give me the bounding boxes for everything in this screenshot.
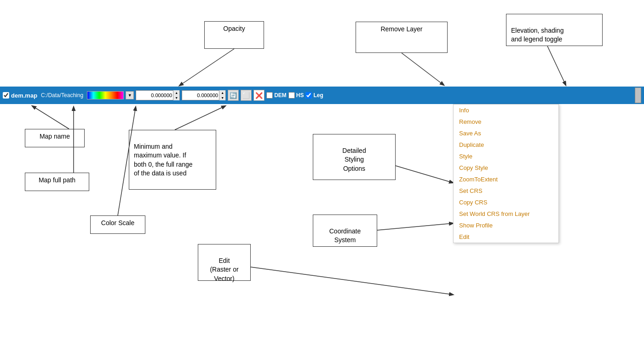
min-up-arrow[interactable]: ▲ [173, 90, 179, 95]
min-down-arrow[interactable]: ▼ [173, 95, 179, 100]
svg-line-5 [175, 106, 225, 130]
menu-item-zoom-to-extent[interactable]: ZoomToExtent [454, 174, 558, 185]
remove-layer-button[interactable]: ❌ [253, 90, 264, 101]
leg-checkbox[interactable] [305, 92, 312, 99]
menu-item-style[interactable]: Style [454, 151, 558, 162]
svg-line-9 [251, 267, 453, 295]
annotation-remove-layer: Remove Layer [356, 22, 448, 53]
menu-item-copy-crs[interactable]: Copy CRS [454, 197, 558, 208]
min-max-text: Minimum and maximum value. If both 0, th… [134, 143, 193, 177]
svg-line-0 [179, 49, 234, 86]
menu-item-set-crs[interactable]: Set CRS [454, 185, 558, 197]
detailed-styling-text: Detailed Styling Options [342, 147, 366, 172]
hs-checkbox[interactable] [288, 92, 295, 99]
annotation-map-name: Map name [25, 129, 85, 147]
menu-item-duplicate[interactable]: Duplicate [454, 139, 558, 151]
svg-line-2 [547, 46, 566, 85]
layer-visibility-checkbox[interactable] [3, 92, 9, 99]
annotation-opacity: Opacity [204, 21, 264, 49]
min-value-spinbox[interactable]: 0.000000 ▲ ▼ [136, 90, 180, 100]
color-scale-dropdown[interactable]: ▼ [126, 91, 134, 99]
min-value-input[interactable]: 0.000000 [136, 91, 173, 100]
annotation-coordinate-system: Coordinate System [313, 215, 377, 247]
menu-item-save-as[interactable]: Save As [454, 128, 558, 139]
elevation-text: Elevation, shading and legend toggle [511, 27, 564, 43]
dem-checkbox[interactable] [266, 92, 273, 99]
annotation-detailed-styling: Detailed Styling Options [313, 134, 396, 180]
menu-item-edit[interactable]: Edit [454, 231, 558, 243]
dem-label: DEM [274, 92, 287, 99]
menu-item-show-profile[interactable]: Show Profile [454, 220, 558, 231]
dem-checkgroup: DEM [266, 92, 287, 99]
menu-item-remove[interactable]: Remove [454, 116, 558, 128]
annotation-elevation: Elevation, shading and legend toggle [506, 14, 603, 46]
annotation-color-scale: Color Scale [90, 215, 145, 234]
color-scale-swatch[interactable] [87, 91, 124, 99]
svg-line-3 [32, 106, 69, 129]
hs-checkgroup: HS [288, 92, 304, 99]
scrollbar-thumb[interactable] [635, 87, 641, 103]
map-path-label: C:/Data/Teaching [41, 92, 83, 99]
svg-line-7 [396, 166, 453, 183]
max-up-arrow[interactable]: ▲ [219, 90, 225, 95]
hs-label: HS [296, 92, 304, 99]
coord-system-text: Coordinate System [329, 227, 361, 244]
menu-item-info[interactable]: Info [454, 105, 558, 116]
map-name-label: dem.map [11, 92, 37, 99]
leg-checkgroup: Leg [305, 92, 323, 99]
settings-button[interactable]: ⬜ [241, 90, 252, 101]
menu-item-copy-style[interactable]: Copy Style [454, 162, 558, 174]
svg-line-1 [402, 53, 444, 85]
max-value-input[interactable]: 0.000000 [182, 91, 219, 100]
max-value-spinbox[interactable]: 0.000000 ▲ ▼ [182, 90, 226, 100]
max-down-arrow[interactable]: ▼ [219, 95, 225, 100]
annotation-edit: Edit (Raster or Vector) [198, 244, 251, 281]
annotation-min-max: Minimum and maximum value. If both 0, th… [129, 130, 216, 190]
leg-label: Leg [313, 92, 323, 99]
context-menu: Info Remove Save As Duplicate Style Copy… [453, 104, 559, 243]
layer-toolbar: dem.map C:/Data/Teaching ▼ 0.000000 ▲ ▼ … [0, 87, 644, 104]
svg-line-8 [377, 223, 453, 230]
refresh-button[interactable]: 🔄 [228, 90, 239, 101]
annotation-map-path: Map full path [25, 173, 89, 191]
edit-text: Edit (Raster or Vector) [210, 257, 238, 282]
menu-item-set-world-crs[interactable]: Set World CRS from Layer [454, 208, 558, 220]
